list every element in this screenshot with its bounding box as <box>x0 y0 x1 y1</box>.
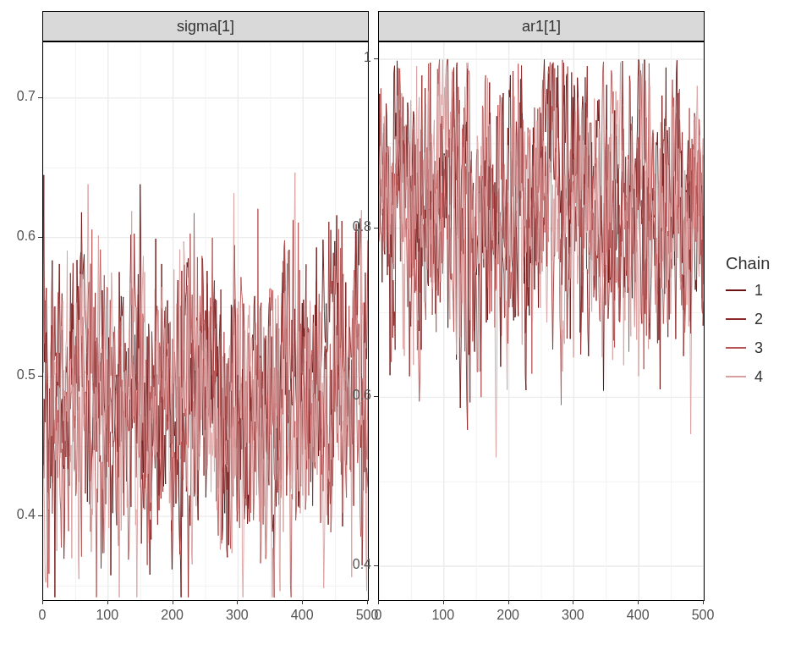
x-tick-label: 500 <box>684 608 721 623</box>
panel-1-title: sigma[1] <box>177 18 234 35</box>
legend-label-2: 2 <box>754 311 763 328</box>
legend-swatch-2 <box>726 318 746 320</box>
y-tick-label: 0.8 <box>343 219 371 234</box>
legend-title: Chain <box>726 254 770 273</box>
y-tick-label: 0.4 <box>7 507 36 522</box>
panel-2-title: ar1[1] <box>522 18 561 35</box>
x-tick-label: 0 <box>359 608 397 623</box>
legend-label-3: 3 <box>754 339 763 357</box>
legend-swatch-3 <box>726 347 746 349</box>
x-tick-label: 100 <box>425 608 462 623</box>
x-tick-label: 400 <box>619 608 656 623</box>
legend-entry-2: 2 <box>726 309 770 329</box>
panel-2-strip: ar1[1] <box>378 11 705 41</box>
legend-label-4: 4 <box>754 368 763 386</box>
x-tick-label: 400 <box>283 608 321 623</box>
x-tick-label: 300 <box>554 608 591 623</box>
trace-plot-figure: sigma[1] ar1[1] 0.40.50.60.7 0.40.60.81 … <box>0 0 812 650</box>
legend-entry-4: 4 <box>726 366 770 387</box>
x-tick-label: 200 <box>490 608 527 623</box>
legend-swatch-1 <box>726 289 746 291</box>
panel-1 <box>42 41 369 601</box>
y-tick-label: 0.4 <box>343 557 371 572</box>
x-tick-label: 0 <box>24 608 61 623</box>
y-tick-label: 0.7 <box>7 89 36 104</box>
legend-swatch-4 <box>726 376 746 377</box>
x-tick-label: 200 <box>154 608 191 623</box>
panel-2 <box>378 41 705 601</box>
legend-entry-3: 3 <box>726 338 770 358</box>
x-tick-label: 100 <box>89 608 126 623</box>
y-tick-label: 0.5 <box>7 367 36 383</box>
legend: Chain 1234 <box>726 254 770 395</box>
y-tick-label: 0.6 <box>343 388 371 403</box>
panel-1-strip: sigma[1] <box>42 11 369 41</box>
legend-label-1: 1 <box>754 282 763 300</box>
y-tick-label: 0.6 <box>7 229 36 244</box>
y-tick-label: 1 <box>343 50 371 65</box>
x-tick-label: 300 <box>218 608 255 623</box>
legend-entry-1: 1 <box>726 280 770 300</box>
